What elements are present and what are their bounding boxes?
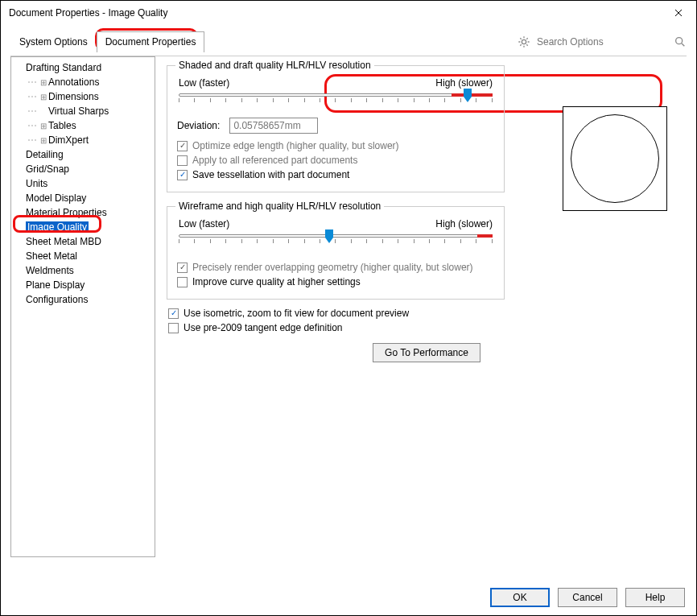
tree-item-label: Annotations [48,76,99,88]
tree-item-label: Image Quality [26,221,89,233]
opt-render-overlap: Precisely render overlapping geometry (h… [177,262,496,273]
tabs: System Options Document Properties [10,31,204,52]
main-panel: Shaded and draft quality HLR/HLV resolut… [155,56,687,557]
tree-item-label: Sheet Metal [26,250,77,262]
tree-item-dimxpert[interactable]: ⋯⊞DimXpert [11,133,155,147]
gear-icon [518,35,530,48]
tree-item-label: Plane Display [26,279,85,291]
tree-item-annotations[interactable]: ⋯⊞Annotations [11,75,155,89]
checkbox-icon[interactable] [168,308,179,319]
section1-legend: Shaded and draft quality HLR/HLV resolut… [175,60,374,71]
opt-render-overlap-label: Precisely render overlapping geometry (h… [192,262,473,273]
tree-item-label: Material Properties [26,207,107,218]
slider2-thumb[interactable] [324,229,335,244]
tree-item-label: Units [26,178,47,189]
slider1[interactable] [179,89,493,106]
section2-legend: Wireframe and high quality HLR/HLV resol… [175,201,384,212]
tree-item-configurations[interactable]: Configurations [11,292,155,307]
opt-save-tess-label: Save tessellation with part document [192,169,349,180]
slider2-low-label: Low (faster) [179,218,229,229]
tab-document-properties[interactable]: Document Properties [97,31,205,52]
tree-item-virtual-sharps[interactable]: ⋯Virtual Sharps [11,104,155,118]
deviation-label: Deviation: [177,120,220,131]
tree-item-material-properties[interactable]: Material Properties [11,205,155,220]
checkbox-icon[interactable] [168,323,179,333]
tree-item-image-quality[interactable]: Image Quality [11,220,155,234]
tree-item-label: Grid/Snap [26,163,69,175]
window-title: Document Properties - Image Quality [9,7,167,19]
tree-item-tables[interactable]: ⋯⊞Tables [11,118,155,133]
checkbox-icon [177,155,188,166]
tree-item-label: Drafting Standard [26,62,101,73]
opt-curve-quality-label: Improve curve quality at higher settings [192,276,361,287]
close-button[interactable] [660,1,696,25]
tree-item-model-display[interactable]: Model Display [11,191,155,205]
goto-performance-button[interactable]: Go To Performance [373,343,480,362]
tree-item-label: Sheet Metal MBD [26,236,101,247]
opt-save-tess[interactable]: Save tessellation with part document [177,169,496,180]
checkbox-icon[interactable] [177,170,188,180]
body: Drafting Standard⋯⊞Annotations⋯⊞Dimensio… [1,56,696,564]
top-row: System Options Document Properties [1,25,696,52]
slider2-high-label: High (slower) [435,218,493,229]
section-wireframe-quality: Wireframe and high quality HLR/HLV resol… [167,201,505,300]
opt-isometric-label: Use isometric, zoom to fit view for docu… [184,308,409,319]
cancel-button[interactable]: Cancel [558,588,617,607]
category-tree[interactable]: Drafting Standard⋯⊞Annotations⋯⊞Dimensio… [10,56,155,557]
expand-icon[interactable]: ⊞ [39,136,48,145]
tree-item-plane-display[interactable]: Plane Display [11,278,155,292]
tree-item-label: Configurations [26,294,88,305]
tree-item-sheet-metal-mbd[interactable]: Sheet Metal MBD [11,234,155,249]
svg-point-0 [522,39,526,43]
opt-apply-all-label: Apply to all referenced part documents [192,155,357,166]
tab-system-options[interactable]: System Options [10,31,97,52]
tree-item-sheet-metal[interactable]: Sheet Metal [11,249,155,263]
slider2[interactable] [179,229,493,247]
tree-item-grid-snap[interactable]: Grid/Snap [11,162,155,176]
tree-item-label: Weldments [26,265,74,276]
deviation-input[interactable] [229,118,318,134]
goto-row: Go To Performance [167,338,687,362]
search-box[interactable] [518,32,687,52]
slider1-low-label: Low (faster) [179,77,229,89]
opt-pre2009[interactable]: Use pre-2009 tangent edge definition [168,322,687,333]
opt-edge-length-label: Optimize edge length (higher quality, bu… [192,140,399,151]
slider2-ticks [179,239,493,246]
checkbox-icon[interactable] [177,277,188,287]
title-bar: Document Properties - Image Quality [1,1,696,25]
dialog-window: Document Properties - Image Quality Syst… [0,0,697,616]
tree-item-label: Model Display [26,192,86,204]
search-input[interactable] [535,35,669,48]
slider2-track [179,234,493,238]
opt-curve-quality[interactable]: Improve curve quality at higher settings [177,276,496,287]
slider1-labels: Low (faster) High (slower) [175,76,496,89]
footer-buttons: OK Cancel Help [490,588,685,607]
tree-item-weldments[interactable]: Weldments [11,263,155,278]
tree-item-dimensions[interactable]: ⋯⊞Dimensions [11,89,155,104]
checkbox-icon [177,141,188,151]
slider1-track [179,93,493,97]
tree-item-units[interactable]: Units [11,176,155,191]
section-shaded-quality: Shaded and draft quality HLR/HLV resolut… [167,60,505,192]
preview-box [563,106,667,211]
deviation-row: Deviation: [177,118,496,134]
tree-item-detailing[interactable]: Detailing [11,147,155,162]
slider1-thumb[interactable] [462,89,473,103]
expand-icon[interactable]: ⊞ [39,93,48,101]
expand-icon[interactable]: ⊞ [39,78,48,87]
help-button[interactable]: Help [625,588,685,607]
expand-icon[interactable]: ⊞ [39,122,48,130]
checkbox-icon [177,263,188,273]
slider1-high-label: High (slower) [435,77,493,89]
search-icon [674,35,687,48]
slider2-labels: Low (faster) High (slower) [175,217,496,229]
tree-item-drafting-standard[interactable]: Drafting Standard [11,60,155,75]
preview-circle-icon [571,114,659,203]
opt-pre2009-label: Use pre-2009 tangent edge definition [184,322,342,333]
ok-button[interactable]: OK [490,588,550,607]
svg-point-1 [676,38,683,44]
tree-item-label: Virtual Sharps [48,105,109,117]
tree-item-label: DimXpert [48,134,89,146]
tree-item-label: Detailing [26,149,64,160]
opt-isometric[interactable]: Use isometric, zoom to fit view for docu… [168,308,687,319]
